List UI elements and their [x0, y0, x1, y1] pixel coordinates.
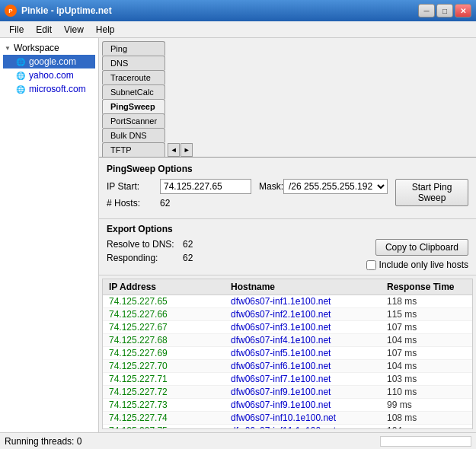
cell-response-time: 104 ms — [381, 361, 472, 371]
cell-response-time: 110 ms — [381, 387, 472, 397]
options-left: IP Start: Mask: /26 255.255.255.192 /24 … — [107, 179, 388, 212]
ip-start-row: IP Start: Mask: /26 255.255.255.192 /24 … — [107, 179, 388, 194]
status-text: Running threads: 0 — [5, 436, 380, 447]
table-row[interactable]: 74.125.227.68dfw06s07-inf4.1e100.net104 … — [103, 334, 472, 347]
table-row[interactable]: 74.125.227.67dfw06s07-inf3.1e100.net107 … — [103, 321, 472, 334]
cell-ip: 74.125.227.73 — [103, 400, 225, 410]
ip-start-input[interactable] — [160, 179, 251, 194]
tab-dns[interactable]: DNS — [102, 56, 165, 70]
table-row[interactable]: 74.125.227.71dfw06s07-inf7.1e100.net103 … — [103, 373, 472, 386]
th-ip: IP Address — [103, 282, 225, 292]
cell-ip: 74.125.227.75 — [103, 425, 225, 428]
resolve-label: Resolve to DNS: — [107, 239, 183, 250]
table-row[interactable]: 74.125.227.66dfw06s07-inf2.1e100.net115 … — [103, 308, 472, 321]
cell-hostname: dfw06s07-inf3.1e100.net — [225, 322, 381, 333]
site-favicon-icon: 🌐 — [15, 56, 26, 67]
table-row[interactable]: 74.125.227.74dfw06s07-inf10.1e100.net108… — [103, 412, 472, 425]
responding-row: Responding: 62 — [107, 253, 213, 263]
cell-ip: 74.125.227.67 — [103, 322, 225, 333]
main-layout: Workspace 🌐google.com🌐yahoo.com🌐microsof… — [0, 38, 476, 432]
title-text: Pinkie - ipUptime.net — [21, 5, 418, 16]
hosts-value: 62 — [160, 198, 170, 209]
cell-response-time: 103 ms — [381, 374, 472, 384]
cell-ip: 74.125.227.68 — [103, 335, 225, 346]
tab-traceroute[interactable]: Traceroute — [102, 70, 165, 84]
start-ping-sweep-button[interactable]: Start Ping Sweep — [395, 179, 468, 206]
cell-hostname: dfw06s07-inf4.1e100.net — [225, 335, 381, 346]
tab-ping[interactable]: Ping — [102, 41, 165, 56]
cell-ip: 74.125.227.69 — [103, 348, 225, 358]
export-section: Export Options Resolve to DNS: 62 Respon… — [99, 219, 476, 275]
section-title: PingSweep Options — [107, 164, 468, 174]
workspace-header[interactable]: Workspace — [3, 41, 95, 55]
tab-left-arrow[interactable]: ◄ — [168, 143, 180, 157]
sidebar-item-google-com[interactable]: 🌐google.com — [3, 55, 95, 68]
menu-item-view[interactable]: View — [58, 23, 90, 37]
table-row[interactable]: 74.125.227.75dfw06s07-inf11.1e100.net104… — [103, 425, 472, 428]
cell-response-time: 107 ms — [381, 348, 472, 358]
app-icon: P — [5, 5, 17, 17]
menu-item-edit[interactable]: Edit — [30, 23, 58, 37]
tabs-container: PingDNSTracerouteSubnetCalcPingSweepPort… — [102, 41, 166, 157]
ip-start-label: IP Start: — [107, 181, 160, 192]
copy-clipboard-button[interactable]: Copy to Clipboard — [375, 239, 468, 256]
close-button[interactable]: ✕ — [455, 4, 471, 18]
responding-label: Responding: — [107, 253, 183, 263]
cell-response-time: 104 ms — [381, 335, 472, 346]
cell-ip: 74.125.227.74 — [103, 412, 225, 423]
menu-bar: FileEditViewHelp — [0, 21, 476, 38]
cell-response-time: 107 ms — [381, 322, 472, 333]
tab-portscanner[interactable]: PortScanner — [102, 113, 165, 128]
mask-label: Mask: — [259, 181, 283, 192]
menu-item-help[interactable]: Help — [90, 23, 121, 37]
cell-hostname: dfw06s07-inf11.1e100.net — [225, 425, 381, 428]
sidebar: Workspace 🌐google.com🌐yahoo.com🌐microsof… — [0, 38, 99, 432]
cell-ip: 74.125.227.65 — [103, 296, 225, 307]
cell-hostname: dfw06s07-inf7.1e100.net — [225, 374, 381, 384]
cell-hostname: dfw06s07-inf10.1e100.net — [225, 412, 381, 423]
th-host: Hostname — [225, 282, 381, 292]
sidebar-item-microsoft-com[interactable]: 🌐microsoft.com — [3, 82, 95, 96]
sidebar-items: 🌐google.com🌐yahoo.com🌐microsoft.com — [3, 55, 95, 96]
options-panel: PingSweep Options IP Start: Mask: /26 25… — [99, 158, 476, 219]
cell-hostname: dfw06s07-inf2.1e100.net — [225, 309, 381, 320]
table-row[interactable]: 74.125.227.70dfw06s07-inf6.1e100.net104 … — [103, 360, 472, 373]
sidebar-item-yahoo-com[interactable]: 🌐yahoo.com — [3, 68, 95, 82]
cell-response-time: 99 ms — [381, 400, 472, 410]
minimize-button[interactable]: ─ — [418, 4, 435, 18]
table-row[interactable]: 74.125.227.65dfw06s07-inf1.1e100.net118 … — [103, 295, 472, 308]
export-right: Copy to Clipboard Include only live host… — [366, 239, 468, 270]
table-body: 74.125.227.65dfw06s07-inf1.1e100.net118 … — [103, 295, 472, 428]
mask-select[interactable]: /26 255.255.255.192 /24 255.255.255.0 /1… — [283, 179, 388, 194]
tab-subnetcalc[interactable]: SubnetCalc — [102, 84, 165, 99]
include-live-row: Include only live hosts — [366, 260, 468, 270]
cell-hostname: dfw06s07-inf5.1e100.net — [225, 348, 381, 358]
tab-pingsweep[interactable]: PingSweep — [102, 99, 165, 114]
tab-bar: PingDNSTracerouteSubnetCalcPingSweepPort… — [99, 38, 476, 158]
site-favicon-icon: 🌐 — [15, 70, 26, 81]
cell-hostname: dfw06s07-inf9.1e100.net — [225, 387, 381, 397]
cell-ip: 74.125.227.71 — [103, 374, 225, 384]
cell-ip: 74.125.227.70 — [103, 361, 225, 371]
table-row[interactable]: 74.125.227.73dfw06s07-inf9.1e100.net99 m… — [103, 399, 472, 412]
maximize-button[interactable]: □ — [436, 4, 453, 18]
sidebar-item-label: google.com — [29, 56, 76, 67]
cell-response-time: 118 ms — [381, 296, 472, 307]
tab-bulk-dns[interactable]: Bulk DNS — [102, 128, 165, 142]
table-row[interactable]: 74.125.227.72dfw06s07-inf9.1e100.net110 … — [103, 386, 472, 399]
table-header: IP Address Hostname Response Time — [103, 279, 472, 295]
site-favicon-icon: 🌐 — [15, 84, 26, 94]
results-area: IP Address Hostname Response Time 74.125… — [102, 279, 473, 429]
include-live-checkbox[interactable] — [366, 260, 376, 270]
tab-tftp[interactable]: TFTP — [102, 142, 165, 157]
export-left: Resolve to DNS: 62 Responding: 62 — [107, 239, 213, 266]
responding-value: 62 — [183, 253, 213, 263]
hosts-label: # Hosts: — [107, 198, 160, 209]
menu-item-file[interactable]: File — [3, 23, 30, 37]
tab-right-arrow[interactable]: ► — [180, 143, 193, 157]
resolve-row: Resolve to DNS: 62 — [107, 239, 213, 250]
title-bar: P Pinkie - ipUptime.net ─ □ ✕ — [0, 0, 476, 21]
sidebar-item-label: microsoft.com — [29, 84, 86, 94]
export-title: Export Options — [107, 224, 468, 234]
table-row[interactable]: 74.125.227.69dfw06s07-inf5.1e100.net107 … — [103, 347, 472, 360]
